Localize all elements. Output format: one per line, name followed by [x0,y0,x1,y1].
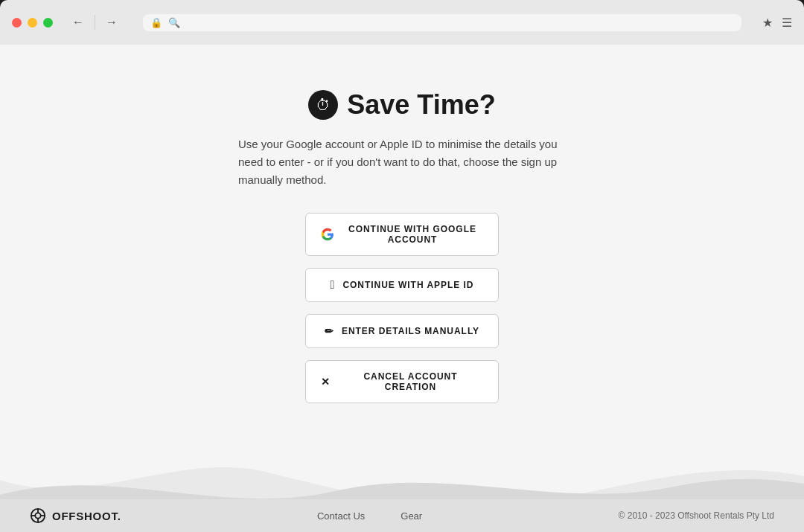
maximize-button[interactable] [43,18,53,28]
footer-gear-link[interactable]: Gear [401,510,422,522]
google-signup-button[interactable]: CONTINUE WITH GOOGLE ACCOUNT [305,213,499,256]
page-subtitle: Use your Google account or Apple ID to m… [238,135,566,189]
manual-signup-button[interactable]: ✏ ENTER DETAILS MANUALLY [305,314,499,348]
forward-button[interactable]: → [101,13,122,32]
apple-icon:  [331,279,336,291]
buttons-stack: CONTINUE WITH GOOGLE ACCOUNT  CONTINUE … [305,213,499,403]
offshoot-logo-icon [30,507,46,524]
page-content: ⏱ Save Time? Use your Google account or … [0,45,804,532]
cancel-button-label: CANCEL ACCOUNT CREATION [338,371,483,392]
footer-logo: OFFSHOOT. [30,507,121,524]
nav-buttons: ← → [68,13,122,32]
footer-links: Contact Us Gear [121,510,619,522]
google-button-label: CONTINUE WITH GOOGLE ACCOUNT [342,224,483,245]
traffic-lights [12,18,53,28]
close-button[interactable] [12,18,22,28]
timer-icon: ⏱ [308,90,338,120]
footer-bar: OFFSHOOT. Contact Us Gear © 2010 - 2023 … [0,499,804,532]
address-bar[interactable]: 🔒 🔍 [143,14,741,31]
cancel-button[interactable]: ✕ CANCEL ACCOUNT CREATION [305,360,499,403]
browser-chrome: ← → 🔒 🔍 ★ ☰ [0,0,804,45]
footer-logo-text: OFFSHOOT. [52,510,121,522]
nav-right: ★ ☰ [762,16,792,30]
title-row: ⏱ Save Time? [308,89,495,121]
bookmark-button[interactable]: ★ [762,16,773,30]
svg-point-1 [35,513,40,518]
pencil-icon: ✏ [325,325,334,337]
footer-copyright: © 2010 - 2023 Offshoot Rentals Pty Ltd [619,510,774,521]
footer-contact-link[interactable]: Contact Us [317,510,365,522]
manual-button-label: ENTER DETAILS MANUALLY [342,326,479,336]
search-icon: 🔍 [168,17,180,28]
apple-signup-button[interactable]:  CONTINUE WITH APPLE ID [305,268,499,302]
lock-icon: 🔒 [150,17,162,28]
apple-button-label: CONTINUE WITH APPLE ID [342,280,473,290]
menu-button[interactable]: ☰ [782,16,792,30]
close-icon: ✕ [321,376,331,388]
nav-divider [95,15,95,30]
google-icon [321,228,334,241]
page-title: Save Time? [347,89,495,121]
back-button[interactable]: ← [68,13,89,32]
minimize-button[interactable] [28,18,37,28]
